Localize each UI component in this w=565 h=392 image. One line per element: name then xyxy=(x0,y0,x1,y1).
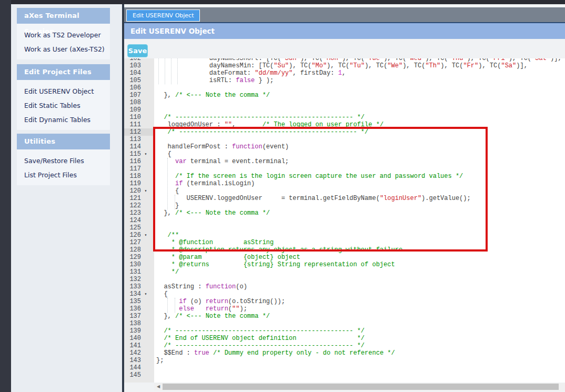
code-line[interactable]: * @function asString xyxy=(154,239,565,246)
code-line[interactable]: isRTL: false } ); xyxy=(154,77,565,84)
line-number: 126▾ xyxy=(124,232,154,239)
sidebar-item-edit-static-tables[interactable]: Edit Static Tables xyxy=(17,98,110,113)
code-line[interactable]: * @returns {string} String representatio… xyxy=(154,261,565,268)
line-number: 142 xyxy=(124,349,154,357)
line-number: 117 xyxy=(124,165,154,173)
code-line[interactable] xyxy=(154,224,565,232)
line-number: 123 xyxy=(124,209,154,217)
code-line[interactable] xyxy=(154,136,565,143)
tab-strip: Edit USERENV Object xyxy=(124,7,565,22)
line-number: 129 xyxy=(124,254,154,261)
sidebar-item-edit-userenv-object[interactable]: Edit USERENV Object xyxy=(17,84,110,98)
line-number: 119 xyxy=(124,180,154,187)
scroll-left-arrow-icon[interactable]: ◀ xyxy=(155,383,162,390)
line-number: 105 xyxy=(124,77,154,84)
fold-arrow-icon[interactable]: ▾ xyxy=(141,232,150,239)
code-line[interactable]: { xyxy=(154,290,565,298)
code-line[interactable]: /** xyxy=(154,232,565,239)
code-line[interactable]: /* If the screen is the login screen cap… xyxy=(154,173,565,180)
code-editor[interactable]: 1021031041051061071081091101111121131141… xyxy=(124,58,565,383)
sidebar-panel-utilities: Utilities Save/Restore Files List Projec… xyxy=(17,134,110,185)
line-number: 104 xyxy=(124,69,154,77)
fold-arrow-icon[interactable]: ▾ xyxy=(141,290,150,298)
code-line[interactable] xyxy=(154,320,565,327)
code-line[interactable]: /* -------------------------------------… xyxy=(154,128,565,136)
window-left-strip xyxy=(0,0,11,392)
code-line[interactable]: */ xyxy=(154,268,565,276)
code-line[interactable]: { xyxy=(154,187,565,195)
code-line[interactable] xyxy=(154,165,565,173)
code-line[interactable]: var terminal = event.terminal; xyxy=(154,158,565,165)
line-number: 108 xyxy=(124,99,154,106)
line-number: 131 xyxy=(124,268,154,276)
indent-guide xyxy=(167,298,168,313)
line-number: 136 xyxy=(124,305,154,313)
line-number: 132 xyxy=(124,276,154,283)
line-number: 103 xyxy=(124,62,154,69)
sidebar-panel-terminal-session: aXes Terminal Session Work as TS2 Develo… xyxy=(17,8,110,59)
code-line[interactable]: dayNamesShort: [TC("Sun"), TC("Mon"), TC… xyxy=(154,58,565,62)
code-area[interactable]: dayNamesShort: [TC("Sun"), TC("Mon"), TC… xyxy=(154,58,565,383)
code-line[interactable]: }, /* <--- Note the comma */ xyxy=(154,209,565,217)
code-line[interactable]: dayNamesMin: [TC("Su"), TC("Mo"), TC("Tu… xyxy=(154,62,565,69)
save-button[interactable]: Save xyxy=(127,44,148,57)
code-line[interactable] xyxy=(154,364,565,371)
line-number: 107 xyxy=(124,92,154,99)
line-number: 138 xyxy=(124,320,154,327)
line-number: 137 xyxy=(124,313,154,320)
code-line[interactable]: loggedOnUser : "", /* The logged on user… xyxy=(154,121,565,128)
code-line[interactable] xyxy=(154,84,565,92)
line-number: 135 xyxy=(124,298,154,305)
sidebar-item-work-as-user[interactable]: Work as User (aXes-TS2) xyxy=(17,42,110,56)
code-line[interactable]: /* End of USERENV object definition */ xyxy=(154,335,565,342)
code-line[interactable]: }, /* <--- Note the comma */ xyxy=(154,92,565,99)
line-number: 144 xyxy=(124,364,154,371)
code-line[interactable]: handleFormPost : function(event) xyxy=(154,143,565,150)
indent-guide xyxy=(175,298,175,313)
code-line[interactable]: } xyxy=(154,202,565,209)
code-line[interactable]: }, /* <--- Note the comma */ xyxy=(154,313,565,320)
panel-title-edit-project-files: Edit Project Files xyxy=(17,64,110,80)
code-line[interactable]: else return(""); xyxy=(154,305,565,313)
line-number: 112 xyxy=(124,128,154,136)
code-line[interactable] xyxy=(154,106,565,114)
fold-arrow-icon[interactable]: ▾ xyxy=(141,187,150,195)
line-number: 114 xyxy=(124,143,154,150)
line-number: 133 xyxy=(124,283,154,290)
panel-title-utilities: Utilities xyxy=(17,134,110,149)
indent-guide xyxy=(165,58,165,84)
code-line[interactable]: { xyxy=(154,150,565,158)
line-number: 127 xyxy=(124,239,154,246)
window-top-bar xyxy=(0,0,565,4)
tab-edit-userenv-object[interactable]: Edit USERENV Object xyxy=(126,9,200,22)
sidebar-item-save-restore-files[interactable]: Save/Restore Files xyxy=(17,154,110,168)
code-line[interactable]: * @description returns any object as a s… xyxy=(154,246,565,254)
code-line[interactable]: }; xyxy=(154,357,565,364)
horizontal-scrollbar[interactable]: ◀ xyxy=(154,383,565,390)
main-panel: Edit USERENV Object Edit USERENV Object … xyxy=(122,4,565,392)
code-line[interactable]: if (o) return(o.toString()); xyxy=(154,298,565,305)
line-number: 116 xyxy=(124,158,154,165)
line-number: 115▾ xyxy=(124,150,154,158)
code-line[interactable]: dateFormat: "dd/mm/yy", firstDay: 1, xyxy=(154,69,565,77)
code-line[interactable]: asString : function(o) xyxy=(154,283,565,290)
code-line[interactable] xyxy=(154,99,565,106)
scrollbar-thumb[interactable] xyxy=(163,384,559,390)
line-number: 109 xyxy=(124,106,154,114)
code-line[interactable]: /* -------------------------------------… xyxy=(154,114,565,121)
line-number: 130 xyxy=(124,261,154,268)
code-line[interactable]: /* -------------------------------------… xyxy=(154,327,565,335)
code-line[interactable]: $$End : true /* Dummy end property only … xyxy=(154,349,565,357)
code-line[interactable] xyxy=(154,217,565,224)
code-line[interactable]: /* -------------------------------------… xyxy=(154,342,565,349)
code-line[interactable]: if (terminal.isLogin) xyxy=(154,180,565,187)
sidebar-item-edit-dynamic-tables[interactable]: Edit Dynamic Tables xyxy=(17,113,110,127)
code-line[interactable] xyxy=(154,276,565,283)
code-line[interactable] xyxy=(154,371,565,379)
indent-guide xyxy=(171,58,171,84)
code-line[interactable]: USERENV.loggedOnUser = terminal.getField… xyxy=(154,195,565,202)
line-number: 106 xyxy=(124,84,154,92)
fold-arrow-icon[interactable]: ▾ xyxy=(141,150,150,158)
sidebar-item-list-project-files[interactable]: List Project Files xyxy=(17,168,110,182)
code-line[interactable]: * @param {object} object xyxy=(154,254,565,261)
